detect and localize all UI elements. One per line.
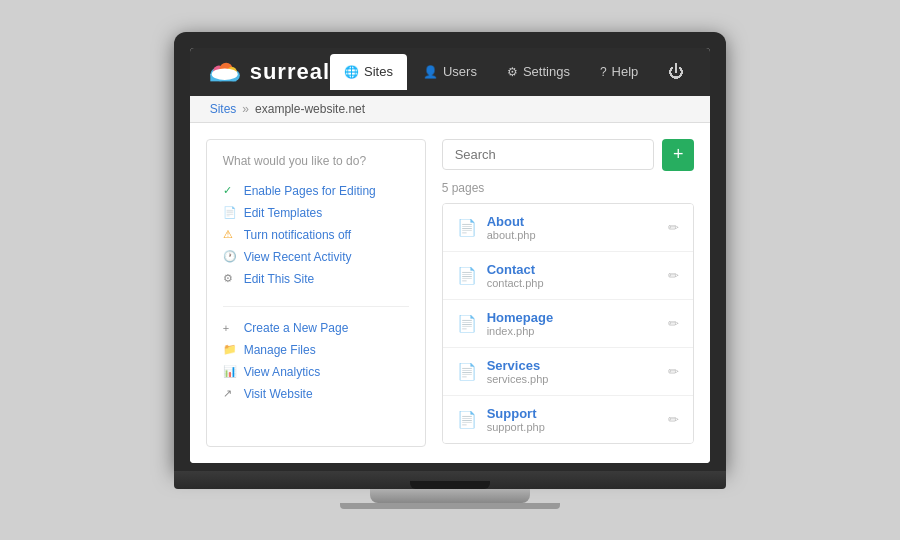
left-panel: What would you like to do? ✓ Enable Page… [206,139,426,447]
visit-website-label: Visit Website [244,387,313,401]
tab-users[interactable]: 👤 Users [409,54,491,90]
edit-icon[interactable]: ✏ [668,268,679,283]
laptop-base [174,471,727,489]
top-nav: surreal 🌐 Sites 👤 Users ⚙ Settings [190,48,711,96]
page-name[interactable]: About [487,214,669,229]
gear-icon: ⚙ [223,272,237,285]
right-panel: + 5 pages 📄 About about.php ✏ 📄 Contact … [442,139,695,447]
pages-count: 5 pages [442,181,695,195]
page-name[interactable]: Support [487,406,669,421]
table-row: 📄 Homepage index.php ✏ [443,300,694,348]
settings-icon: ⚙ [507,65,518,79]
logo-area: surreal [206,58,330,86]
menu-item-manage-files[interactable]: 📁 Manage Files [223,339,409,361]
template-icon: 📄 [223,206,237,219]
help-icon: ? [600,65,607,79]
tab-sites-label: Sites [364,64,393,79]
table-row: 📄 Contact contact.php ✏ [443,252,694,300]
menu-section-2: + Create a New Page 📁 Manage Files 📊 Vie… [223,317,409,405]
menu-item-edit-site[interactable]: ⚙ Edit This Site [223,268,409,290]
plus-icon: + [223,322,237,334]
external-link-icon: ↗ [223,387,237,400]
page-file: contact.php [487,277,669,289]
laptop-screen: surreal 🌐 Sites 👤 Users ⚙ Settings [190,48,711,463]
edit-templates-label: Edit Templates [244,206,323,220]
file-icon: 📄 [457,362,477,381]
menu-item-create-page[interactable]: + Create a New Page [223,317,409,339]
logo-text: surreal [250,59,330,85]
laptop-container: surreal 🌐 Sites 👤 Users ⚙ Settings [174,32,727,509]
edit-site-label: Edit This Site [244,272,314,286]
edit-icon[interactable]: ✏ [668,220,679,235]
page-info: About about.php [487,214,669,241]
cloud-logo-icon [206,58,242,86]
page-file: index.php [487,325,669,337]
laptop-foot [340,503,560,509]
warning-icon: ⚠ [223,228,237,241]
create-page-label: Create a New Page [244,321,349,335]
clock-icon: 🕐 [223,250,237,263]
page-name[interactable]: Services [487,358,669,373]
add-page-button[interactable]: + [662,139,694,171]
page-name[interactable]: Contact [487,262,669,277]
laptop-stand [370,489,530,503]
power-button[interactable]: ⏻ [658,57,694,87]
tab-sites[interactable]: 🌐 Sites [330,54,407,90]
analytics-label: View Analytics [244,365,320,379]
add-icon: + [673,144,684,165]
menu-item-notifications[interactable]: ⚠ Turn notifications off [223,224,409,246]
table-row: 📄 Services services.php ✏ [443,348,694,396]
manage-files-label: Manage Files [244,343,316,357]
page-info: Contact contact.php [487,262,669,289]
menu-divider [223,306,409,307]
breadcrumb-separator: » [242,102,249,116]
menu-item-edit-templates[interactable]: 📄 Edit Templates [223,202,409,224]
users-icon: 👤 [423,65,438,79]
page-file: support.php [487,421,669,433]
laptop-screen-bezel: surreal 🌐 Sites 👤 Users ⚙ Settings [174,32,727,471]
panel-title: What would you like to do? [223,154,409,168]
tab-help[interactable]: ? Help [586,54,652,90]
tab-users-label: Users [443,64,477,79]
page-info: Services services.php [487,358,669,385]
svg-point-7 [211,68,237,80]
menu-item-visit-website[interactable]: ↗ Visit Website [223,383,409,405]
enable-pages-label: Enable Pages for Editing [244,184,376,198]
page-info: Homepage index.php [487,310,669,337]
file-icon: 📄 [457,218,477,237]
file-icon: 📄 [457,266,477,285]
menu-item-activity[interactable]: 🕐 View Recent Activity [223,246,409,268]
edit-icon[interactable]: ✏ [668,316,679,331]
sites-icon: 🌐 [344,65,359,79]
search-input[interactable] [442,139,655,170]
tab-settings[interactable]: ⚙ Settings [493,54,584,90]
notifications-label: Turn notifications off [244,228,351,242]
edit-icon[interactable]: ✏ [668,412,679,427]
menu-item-analytics[interactable]: 📊 View Analytics [223,361,409,383]
file-icon: 📄 [457,314,477,333]
check-icon: ✓ [223,184,237,197]
file-icon: 📄 [457,410,477,429]
tab-settings-label: Settings [523,64,570,79]
main-content: What would you like to do? ✓ Enable Page… [190,123,711,463]
power-icon: ⏻ [668,63,684,80]
breadcrumb: Sites » example-website.net [190,96,711,123]
breadcrumb-current: example-website.net [255,102,365,116]
page-file: services.php [487,373,669,385]
laptop-notch [410,481,490,489]
table-row: 📄 About about.php ✏ [443,204,694,252]
menu-section-1: ✓ Enable Pages for Editing 📄 Edit Templa… [223,180,409,290]
page-file: about.php [487,229,669,241]
menu-item-enable-pages[interactable]: ✓ Enable Pages for Editing [223,180,409,202]
tab-help-label: Help [612,64,639,79]
edit-icon[interactable]: ✏ [668,364,679,379]
search-bar-row: + [442,139,695,171]
page-name[interactable]: Homepage [487,310,669,325]
breadcrumb-home-link[interactable]: Sites [210,102,237,116]
nav-tabs: 🌐 Sites 👤 Users ⚙ Settings ? Help [330,54,694,90]
pages-list: 📄 About about.php ✏ 📄 Contact contact.ph… [442,203,695,444]
activity-label: View Recent Activity [244,250,352,264]
chart-icon: 📊 [223,365,237,378]
folder-icon: 📁 [223,343,237,356]
page-info: Support support.php [487,406,669,433]
